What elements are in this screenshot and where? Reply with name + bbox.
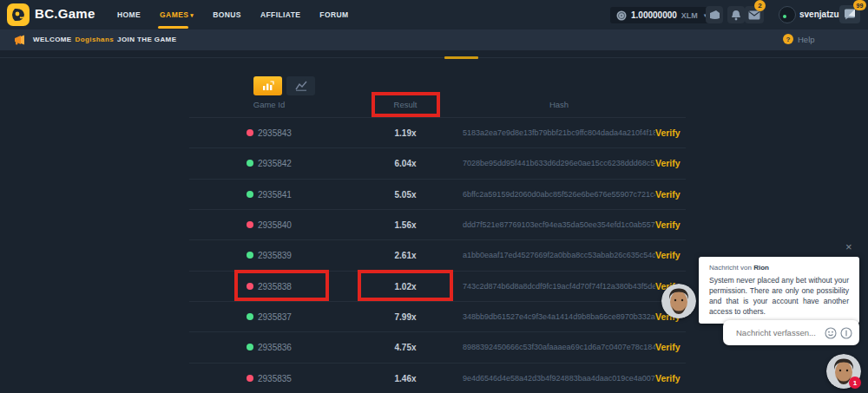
chat-message-header: Nachricht von Rion: [709, 264, 849, 272]
result-value: 7.99x: [339, 312, 472, 322]
result-value: 4.75x: [339, 343, 472, 352]
status-dot: [247, 313, 253, 320]
table-row: 2935839 2.61x a1bb0eaaf17ed4527669f2a0bb…: [189, 239, 686, 270]
nav-item-affiliate[interactable]: AFFILIATE: [260, 10, 300, 19]
hash-value: 6bffc2a59159d2060d0abc85f526e6be676e5590…: [463, 190, 655, 199]
verify-link[interactable]: Verify: [655, 158, 681, 168]
balance-value: 1.00000000: [631, 10, 677, 20]
balance-selector[interactable]: 1.00000000 XLM ▾: [610, 7, 713, 23]
status-dot: [247, 344, 253, 350]
game-id: 2935836: [258, 343, 292, 352]
wallet-icon: [709, 10, 720, 20]
chevron-down-icon: ▾: [190, 12, 194, 18]
verify-link[interactable]: Verify: [655, 128, 681, 138]
result-value: 6.04x: [339, 159, 472, 168]
hash-value: 8988392450666c53f30afaaaea69c1d6a7c0407e…: [463, 343, 655, 351]
nav-item-bonus[interactable]: BONUS: [213, 10, 241, 19]
chat-sender-name: Rion: [753, 264, 769, 272]
result-value: 2.61x: [339, 251, 472, 260]
game-id: 2935835: [258, 373, 292, 383]
welcome-banner: WELCOMEDogishansJOIN THE GAME ? Help: [0, 29, 868, 50]
table-row: 2935842 6.04x 7028be95dd95f441b633d6d296…: [189, 147, 686, 178]
mail-badge: 2: [754, 0, 766, 11]
welcome-username: Dogishans: [76, 36, 115, 43]
megaphone-icon: [14, 35, 26, 45]
chat-badge: 99: [853, 0, 866, 10]
result-value: 1.46x: [339, 373, 472, 383]
chat-input[interactable]: [723, 327, 825, 338]
online-dot-icon: [783, 15, 786, 18]
hash-value: ddd7f521e87769103ecf94ea35da50ee354efd1c…: [463, 220, 655, 229]
coin-icon: [616, 10, 627, 21]
info-icon[interactable]: [840, 327, 852, 339]
result-value: 1.02x: [339, 281, 472, 291]
hash-value: a1bb0eaaf17ed4527669f2a0bba8cc53abab26c6…: [463, 251, 655, 259]
bar-chart-icon: [262, 81, 274, 91]
result-value: 1.19x: [339, 128, 472, 138]
envelope-icon: [748, 10, 760, 20]
game-history-table: 2935843 1.19x 5183a2ea7e9d8e13fb79bbf21b…: [189, 117, 686, 393]
table-row: 2935837 7.99x 348bb9db61527e4c9f3e4a1414…: [189, 301, 686, 331]
chat-message-card: Nachricht von Rion System never placed a…: [699, 257, 859, 324]
nav-item-forum[interactable]: FORUM: [319, 10, 348, 19]
status-dot: [247, 252, 253, 259]
table-header: Game Id Result Hash: [189, 93, 686, 117]
hash-value: 348bb9db61527e4c9f3e4a1414d9b8ba66ce8970…: [463, 312, 655, 321]
header-result: Result: [339, 100, 472, 109]
hash-value: 7028be95dd95f441b633d6d296e0ae15cc6238dd…: [463, 159, 655, 167]
verify-link[interactable]: Verify: [655, 189, 681, 200]
emoji-icon[interactable]: [825, 327, 837, 339]
bell-icon: [731, 10, 741, 21]
status-dot: [247, 375, 253, 382]
section-divider: [0, 57, 868, 58]
active-tab-indicator: [444, 56, 478, 59]
wallet-button[interactable]: [706, 6, 723, 23]
result-value: 5.05x: [339, 189, 472, 199]
nav-item-games[interactable]: GAMES▾: [160, 10, 194, 19]
game-id: 2935842: [258, 159, 292, 168]
status-dot: [247, 283, 253, 290]
notifications-button[interactable]: [727, 6, 745, 23]
chat-bubble-icon: [844, 9, 856, 20]
user-avatar[interactable]: [779, 6, 796, 23]
chat-message-text: System never placed any bet without your…: [709, 275, 849, 317]
unread-count-badge: 1: [849, 377, 861, 389]
chat-input-bar: [723, 320, 859, 345]
logo-face-icon: [10, 6, 27, 23]
table-row: 2935840 1.56x ddd7f521e87769103ecf94ea35…: [189, 209, 686, 239]
sender-avatar: [661, 284, 696, 318]
status-dot: [247, 160, 253, 167]
game-id: 2935839: [258, 251, 292, 260]
bc-game-logo-icon[interactable]: [7, 3, 30, 26]
top-nav: BC.Game HOME GAMES▾ BONUS AFFILIATE FORU…: [0, 0, 868, 29]
game-id: 2935840: [258, 220, 292, 230]
help-icon: ?: [783, 34, 793, 44]
status-dot: [247, 221, 253, 228]
game-id: 2935837: [258, 312, 292, 322]
verify-link[interactable]: Verify: [655, 373, 681, 383]
brand-title[interactable]: BC.Game: [35, 6, 95, 21]
table-row: 2935836 4.75x 8988392450666c53f30afaaaea…: [189, 331, 686, 362]
header-game-id: Game Id: [224, 100, 314, 109]
verify-link[interactable]: Verify: [655, 250, 681, 260]
main-nav: HOME GAMES▾ BONUS AFFILIATE FORUM: [117, 0, 349, 29]
hash-value: 743c2d874b6d8a8dcdf9fc19acf4d70f74f12a38…: [463, 282, 655, 291]
status-dot: [247, 129, 253, 136]
help-button[interactable]: ? Help: [783, 34, 815, 44]
result-value: 1.56x: [339, 220, 472, 230]
nav-item-home[interactable]: HOME: [117, 10, 141, 19]
hash-value: 5183a2ea7e9d8e13fb79bbf21bc9ffc804dada4a…: [463, 128, 655, 137]
close-icon[interactable]: ×: [845, 241, 852, 252]
trend-chart-icon: [295, 81, 307, 91]
verify-link[interactable]: Verify: [655, 219, 681, 230]
header-hash: Hash: [463, 100, 655, 109]
welcome-message: WELCOMEDogishansJOIN THE GAME: [33, 36, 176, 43]
chevron-down-icon: ▾: [831, 11, 834, 18]
table-row: 2935835 1.46x 9e4d6546d4e58a42d3b4f92488…: [189, 363, 686, 393]
game-id: 2935841: [258, 189, 292, 199]
hash-value: 9e4d6546d4e58a42d3b4f924883baa4daac019ce…: [463, 374, 655, 383]
table-row: 2935843 1.19x 5183a2ea7e9d8e13fb79bbf21b…: [189, 117, 686, 147]
table-row: 2935841 5.05x 6bffc2a59159d2060d0abc85f5…: [189, 179, 686, 209]
status-dot: [247, 191, 253, 198]
verify-link[interactable]: Verify: [655, 342, 681, 352]
